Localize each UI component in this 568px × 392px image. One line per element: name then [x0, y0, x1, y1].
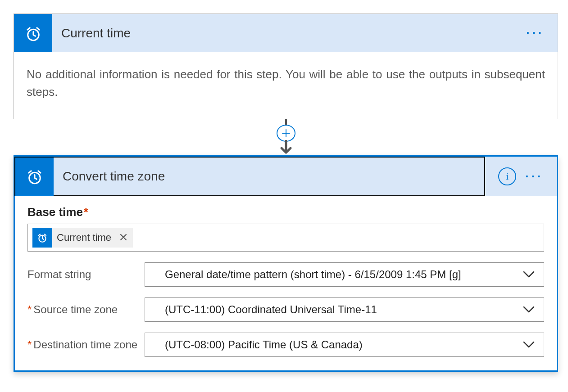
step-title: Current time — [61, 26, 526, 41]
clock-icon — [15, 158, 54, 196]
chevron-down-icon — [523, 306, 535, 313]
label-text: Source time zone — [33, 303, 118, 315]
source-time-zone-dropdown[interactable]: (UTC-11:00) Coordinated Universal Time-1… — [145, 297, 544, 322]
step-title-bar[interactable]: Convert time zone — [14, 157, 485, 196]
step-current-time-card: Current time ··· No additional informati… — [14, 14, 558, 119]
format-string-label: Format string — [27, 268, 145, 281]
step-convert-time-zone-card: Convert time zone i ··· Base time* — [14, 155, 558, 372]
clock-icon — [14, 14, 52, 52]
base-time-input[interactable]: Current time — [27, 224, 544, 252]
clock-icon — [32, 228, 52, 248]
designer-canvas: Current time ··· No additional informati… — [2, 2, 568, 392]
dynamic-content-token[interactable]: Current time — [32, 228, 133, 248]
step-header: Convert time zone i ··· — [15, 157, 557, 196]
required-marker: * — [84, 205, 88, 219]
format-string-dropdown[interactable]: General date/time pattern (short time) -… — [145, 262, 544, 287]
dropdown-value: (UTC-08:00) Pacific Time (US & Canada) — [165, 338, 363, 351]
step-body-text: No additional information is needed for … — [14, 52, 558, 119]
step-body: Base time* Current time — [15, 196, 557, 370]
arrow-down-icon — [278, 140, 294, 155]
add-step-button[interactable] — [277, 125, 295, 142]
source-time-zone-row: *Source time zone (UTC-11:00) Coordinate… — [27, 297, 544, 322]
label-text: Format string — [27, 268, 91, 280]
required-marker: * — [27, 303, 32, 315]
step-menu-button[interactable]: ··· — [525, 170, 557, 184]
label-text: Destination time zone — [33, 338, 137, 351]
dropdown-value: (UTC-11:00) Coordinated Universal Time-1… — [165, 303, 377, 316]
info-icon[interactable]: i — [498, 167, 516, 185]
chevron-down-icon — [523, 271, 535, 278]
label-text: Base time — [27, 205, 83, 219]
connector — [14, 119, 558, 155]
required-marker: * — [27, 338, 32, 351]
format-string-row: Format string General date/time pattern … — [27, 262, 544, 287]
step-header[interactable]: Current time ··· — [14, 14, 558, 52]
chevron-down-icon — [523, 341, 535, 348]
connector-line — [285, 119, 287, 125]
source-time-zone-label: *Source time zone — [27, 303, 145, 316]
token-label: Current time — [52, 232, 114, 243]
destination-time-zone-dropdown[interactable]: (UTC-08:00) Pacific Time (US & Canada) — [145, 333, 544, 357]
remove-token-button[interactable] — [114, 231, 133, 244]
step-title: Convert time zone — [63, 169, 165, 184]
destination-time-zone-row: *Destination time zone (UTC-08:00) Pacif… — [27, 333, 544, 357]
dropdown-value: General date/time pattern (short time) -… — [165, 268, 461, 281]
destination-time-zone-label: *Destination time zone — [27, 338, 145, 351]
base-time-label: Base time* — [27, 205, 544, 219]
step-menu-button[interactable]: ··· — [526, 26, 558, 40]
